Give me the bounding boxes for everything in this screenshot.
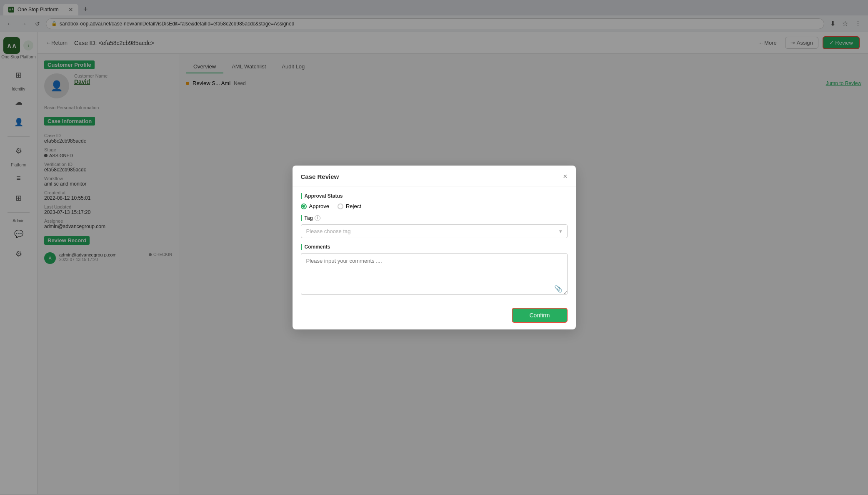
modal-title: Case Review <box>301 173 339 180</box>
modal-header: Case Review × <box>293 166 576 186</box>
chevron-down-icon <box>559 228 562 234</box>
tag-label-text: Tag <box>305 215 313 221</box>
tag-info-icon: i <box>315 215 320 221</box>
approval-status-label: Approval Status <box>301 193 568 199</box>
confirm-button[interactable]: Confirm <box>512 308 567 323</box>
tag-select-dropdown[interactable]: Please choose tag <box>301 224 568 238</box>
approve-radio-inner <box>302 205 305 208</box>
approve-radio-circle <box>301 204 307 209</box>
reject-label: Reject <box>346 203 361 209</box>
case-review-modal: Case Review × Approval Status Approve Re… <box>293 166 576 329</box>
modal-overlay: Case Review × Approval Status Approve Re… <box>0 0 868 494</box>
approve-label: Approve <box>309 203 329 209</box>
comments-wrapper: 0/1000 📎 <box>301 253 568 296</box>
attachment-icon[interactable]: 📎 <box>554 285 563 293</box>
radio-approve[interactable]: Approve <box>301 203 329 209</box>
radio-reject[interactable]: Reject <box>338 203 361 209</box>
modal-close-button[interactable]: × <box>563 172 568 181</box>
tag-label: Tag i <box>301 215 568 221</box>
comments-textarea[interactable] <box>301 253 568 295</box>
modal-footer: Confirm <box>293 303 576 329</box>
radio-group-approval: Approve Reject <box>301 203 568 209</box>
reject-radio-circle <box>338 204 343 209</box>
comments-label: Comments <box>301 244 568 250</box>
modal-body: Approval Status Approve Reject Tag i <box>293 186 576 303</box>
tag-placeholder: Please choose tag <box>306 228 351 234</box>
